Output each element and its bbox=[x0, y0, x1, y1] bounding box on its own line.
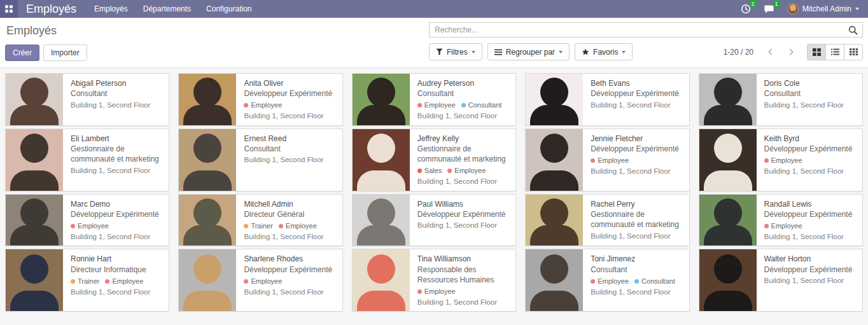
favorites-button[interactable]: Favoris bbox=[575, 43, 633, 60]
employee-card-body: Keith Byrd Développeur Expérimenté Emplo… bbox=[757, 129, 862, 191]
tag-label: Employee bbox=[286, 221, 317, 231]
employee-name: Anita Oliver bbox=[244, 78, 335, 88]
employee-card[interactable]: Toni Jimenez Consultant EmployeeConsulta… bbox=[525, 249, 689, 312]
portrait-silhouette bbox=[367, 254, 395, 284]
employee-location: Building 1, Second Floor bbox=[591, 167, 682, 177]
search-button[interactable] bbox=[844, 25, 862, 35]
menu-item-employes[interactable]: Employés bbox=[94, 4, 128, 13]
employee-tags: SalesEmployee bbox=[417, 166, 509, 176]
employee-card[interactable]: Abigail Peterson Consultant Building 1, … bbox=[5, 73, 169, 126]
employee-photo bbox=[353, 74, 410, 125]
portrait-silhouette bbox=[367, 198, 395, 228]
employee-photo bbox=[353, 195, 410, 246]
employee-card[interactable]: Tina Williamson Responsable des Ressourc… bbox=[352, 249, 516, 312]
menu-item-departements[interactable]: Départements bbox=[143, 4, 191, 13]
pager-next-button[interactable] bbox=[783, 45, 797, 59]
activity-view-button[interactable] bbox=[844, 44, 863, 60]
portrait-silhouette bbox=[714, 254, 742, 284]
portrait-silhouette bbox=[183, 225, 232, 245]
portrait-silhouette bbox=[20, 134, 48, 163]
search-input[interactable] bbox=[430, 25, 844, 34]
create-button[interactable]: Créer bbox=[5, 45, 39, 61]
group-by-button[interactable]: Regrouper par bbox=[487, 43, 570, 60]
employee-grid: Abigail Peterson Consultant Building 1, … bbox=[5, 73, 863, 312]
kanban-view-button[interactable] bbox=[807, 44, 826, 60]
tag-label: Trainer bbox=[251, 221, 272, 231]
employee-card[interactable]: Anita Oliver Développeur Expérimenté Emp… bbox=[178, 73, 342, 126]
portrait-silhouette bbox=[530, 225, 578, 245]
employee-card[interactable]: Audrey Peterson Consultant EmployeeConsu… bbox=[352, 73, 516, 126]
chevron-right-icon bbox=[787, 48, 794, 55]
employee-name: Rachel Perry bbox=[591, 199, 682, 209]
employee-location: Building 1, Second Floor bbox=[71, 166, 162, 176]
employee-card[interactable]: Randall Lewis Développeur Expérimenté Em… bbox=[699, 194, 863, 247]
employee-card[interactable]: Marc Demo Développeur Expérimenté Employ… bbox=[5, 194, 169, 247]
employee-tags: Employee bbox=[764, 156, 856, 165]
employee-job: Responsable des Ressources Humaines bbox=[417, 265, 509, 286]
import-button[interactable]: Importer bbox=[43, 45, 87, 61]
employee-card[interactable]: Ronnie Hart Directeur Informatique Train… bbox=[5, 249, 169, 312]
employee-photo bbox=[526, 249, 583, 311]
employee-tag: Employee bbox=[764, 156, 802, 165]
employee-tag: Employee bbox=[244, 277, 282, 286]
employee-location: Building 1, Second Floor bbox=[764, 167, 856, 177]
employee-job: Développeur Expérimenté bbox=[244, 88, 335, 99]
chevron-left-icon bbox=[769, 48, 775, 55]
employee-card-body: Abigail Peterson Consultant Building 1, … bbox=[63, 74, 169, 125]
employee-tag: Employee bbox=[71, 221, 109, 231]
employee-tags: TrainerEmployee bbox=[244, 221, 335, 231]
employee-job: Directeur Informatique bbox=[71, 265, 162, 275]
employee-card[interactable]: Jennie Fletcher Développeur Expérimenté … bbox=[525, 128, 689, 191]
employee-tag: Employee bbox=[764, 221, 802, 231]
employee-card[interactable]: Mitchell Admin Directeur Général Trainer… bbox=[178, 194, 342, 247]
messages-menu-button[interactable]: 1 bbox=[764, 4, 774, 14]
employee-photo bbox=[6, 74, 63, 125]
employee-name: Marc Demo bbox=[71, 199, 162, 209]
employee-card-body: Toni Jimenez Consultant EmployeeConsulta… bbox=[583, 249, 689, 311]
employee-card-body: Marc Demo Développeur Expérimenté Employ… bbox=[63, 195, 169, 246]
employee-card[interactable]: Rachel Perry Gestionnaire de communauté … bbox=[525, 194, 689, 247]
apps-menu-button[interactable] bbox=[0, 0, 18, 18]
tag-label: Consultant bbox=[468, 100, 502, 110]
employee-job: Gestionnaire de communauté et marketing bbox=[71, 144, 162, 165]
employee-photo bbox=[179, 129, 236, 191]
tag-color-dot bbox=[71, 279, 75, 284]
chevron-down-icon bbox=[622, 51, 626, 53]
portrait-silhouette bbox=[183, 105, 232, 125]
employee-card[interactable]: Sharlene Rhodes Développeur Expérimenté … bbox=[178, 249, 342, 312]
employee-location: Building 1, Second Floor bbox=[417, 221, 509, 231]
activity-menu-button[interactable]: 2 bbox=[741, 4, 751, 14]
employee-card[interactable]: Eli Lambert Gestionnaire de communauté e… bbox=[5, 128, 169, 191]
employee-card[interactable]: Ernest Reed Consultant Building 1, Secon… bbox=[178, 128, 342, 191]
employee-card-body: Audrey Peterson Consultant EmployeeConsu… bbox=[410, 74, 515, 125]
tag-color-dot bbox=[417, 289, 422, 294]
list-view-button[interactable] bbox=[825, 44, 844, 60]
employee-card[interactable]: Doris Cole Consultant Building 1, Second… bbox=[699, 73, 863, 126]
employee-job: Consultant bbox=[417, 88, 509, 99]
app-brand-title[interactable]: Employés bbox=[26, 3, 76, 16]
portrait-silhouette bbox=[704, 225, 752, 245]
tag-label: Employee bbox=[424, 287, 456, 296]
filters-button[interactable]: Filtres bbox=[429, 43, 482, 60]
chevron-down-icon bbox=[855, 8, 859, 10]
employee-card[interactable]: Jeffrey Kelly Gestionnaire de communauté… bbox=[352, 128, 516, 191]
employee-tags: TrainerEmployee bbox=[71, 277, 162, 286]
kanban-view-icon bbox=[813, 48, 821, 56]
user-menu-button[interactable]: Mitchell Admin bbox=[787, 3, 859, 15]
tag-label: Employee bbox=[251, 277, 282, 286]
portrait-silhouette bbox=[714, 198, 742, 228]
portrait-silhouette bbox=[704, 170, 752, 191]
portrait-silhouette bbox=[193, 78, 221, 107]
tag-label: Employee bbox=[771, 221, 802, 231]
employee-card[interactable]: Paul Williams Développeur Expérimenté Bu… bbox=[352, 194, 516, 247]
employee-card-body: Rachel Perry Gestionnaire de communauté … bbox=[583, 195, 689, 246]
pager-previous-button[interactable] bbox=[764, 45, 778, 59]
employee-name: Audrey Peterson bbox=[417, 78, 509, 88]
employee-card[interactable]: Keith Byrd Développeur Expérimenté Emplo… bbox=[699, 128, 863, 191]
employee-tags: Employee bbox=[244, 100, 335, 110]
menu-item-configuration[interactable]: Configuration bbox=[206, 4, 251, 13]
user-avatar bbox=[787, 3, 799, 15]
employee-card[interactable]: Walter Horton Développeur Expérimenté Bu… bbox=[699, 249, 863, 312]
employee-tag: Sales bbox=[417, 166, 442, 176]
employee-card[interactable]: Beth Evans Développeur Expérimenté Build… bbox=[525, 73, 689, 126]
